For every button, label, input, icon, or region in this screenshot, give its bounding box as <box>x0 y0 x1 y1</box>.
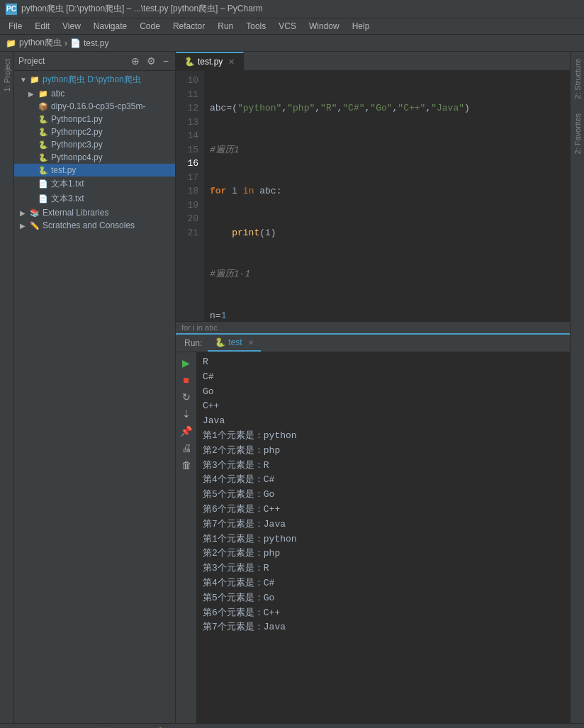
tree-label-dipy: dipy-0.16.0-cp35-cp35m- <box>51 101 145 111</box>
menu-item-run[interactable]: Run <box>212 20 239 33</box>
breadcrumb-file-name[interactable]: test.py <box>84 38 108 48</box>
editor-area: 🐍 test.py ✕ 10 11 12 13 14 15 16 17 18 1… <box>176 52 570 333</box>
tree-label-pc3: Pythonpc3.py <box>51 140 103 150</box>
output-line: 第2个元素是：php <box>203 444 564 459</box>
run-tab-close-icon[interactable]: ✕ <box>248 339 254 347</box>
output-line: C# <box>203 370 564 385</box>
package-icon: 📦 <box>38 101 48 111</box>
line-num-19: 19 <box>181 198 198 213</box>
tree-item-txt3[interactable]: 📄 文本3.txt <box>14 191 175 206</box>
sidebar-item-structure[interactable]: 2: Structure <box>571 52 584 106</box>
run-tab-label: test <box>228 337 242 347</box>
line-num-10: 10 <box>181 74 198 88</box>
run-pin-btn[interactable]: 📌 <box>179 423 194 439</box>
tree-item-dipy[interactable]: 📦 dipy-0.16.0-cp35-cp35m- <box>14 100 175 113</box>
tree-item-test[interactable]: 🐍 test.py <box>14 164 175 177</box>
line-num-20: 20 <box>181 212 198 226</box>
menu-item-window[interactable]: Window <box>303 20 345 33</box>
run-label: Run: <box>179 335 208 351</box>
py-icon: 🐍 <box>38 127 48 137</box>
output-line: 第2个元素是：php <box>203 547 564 561</box>
tree-item-external[interactable]: ▶ 📚 External Libraries <box>14 206 175 219</box>
output-line: 第5个元素是：Go <box>203 591 564 606</box>
py-icon: 🐍 <box>38 114 48 124</box>
project-settings-btn[interactable]: ⚙ <box>145 55 158 67</box>
code-line-13: print(i) <box>210 226 564 240</box>
output-line: 第3个元素是：R <box>203 459 564 474</box>
run-print-btn[interactable]: 🖨 <box>179 440 194 456</box>
breadcrumb-code-path: for i in abc <box>181 323 218 332</box>
output-line: 第4个元素是：C# <box>203 473 564 488</box>
tab-test-py[interactable]: 🐍 test.py ✕ <box>176 52 244 70</box>
tab-py-icon: 🐍 <box>184 57 195 67</box>
project-close-btn[interactable]: − <box>161 55 171 67</box>
menu-item-tools[interactable]: Tools <box>240 20 271 33</box>
run-play-btn[interactable]: ▶ <box>179 355 194 371</box>
tree-item-abc[interactable]: ▶ 📁 abc <box>14 87 175 100</box>
folder-icon: 📁 <box>38 89 48 99</box>
scratches-icon: ✏️ <box>30 220 40 230</box>
run-rerun-btn[interactable]: ↻ <box>179 389 194 405</box>
line-num-13: 13 <box>181 116 198 130</box>
output-line: C++ <box>203 399 564 414</box>
menu-item-navigate[interactable]: Navigate <box>88 20 133 33</box>
tree-label-pc2: Pythonpc2.py <box>51 127 103 137</box>
main-layout: 1: Project Project ⊕ ⚙ − ▼ 📁 python爬虫 D:… <box>0 52 584 723</box>
tree-item-txt1[interactable]: 📄 文本1.txt <box>14 177 175 191</box>
breadcrumb-project[interactable]: python爬虫 <box>19 37 62 49</box>
line-num-11: 11 <box>181 88 198 102</box>
project-add-btn[interactable]: ⊕ <box>129 55 142 67</box>
menu-item-edit[interactable]: Edit <box>29 20 55 33</box>
sidebar-item-favorites[interactable]: 2: Favorites <box>571 106 584 161</box>
bottom-tabs: Run: 🐍 test ✕ <box>176 335 570 352</box>
line-num-16: 16 <box>181 157 198 171</box>
output-line: 第1个元素是：python <box>203 532 564 547</box>
library-icon: 📚 <box>30 208 40 218</box>
output-line: Java <box>203 414 564 429</box>
breadcrumb: 📁 python爬虫 › 📄 test.py <box>0 35 584 52</box>
run-clear-btn[interactable]: 🗑 <box>179 457 194 473</box>
menu-item-view[interactable]: View <box>57 20 86 33</box>
tree-item-pc2[interactable]: 🐍 Pythonpc2.py <box>14 125 175 138</box>
project-label: Project <box>18 56 45 66</box>
output-line: 第6个元素是：C++ <box>203 503 564 517</box>
menu-item-help[interactable]: Help <box>347 20 376 33</box>
tree-item-scratches[interactable]: ▶ ✏️ Scratches and Consoles <box>14 219 175 232</box>
code-editor[interactable]: 10 11 12 13 14 15 16 17 18 19 20 21 abc=… <box>176 71 570 321</box>
output-line: 第1个元素是：python <box>203 429 564 444</box>
code-content[interactable]: abc=("python","php","R","C#","Go","C++",… <box>204 71 570 321</box>
tree-label-txt3: 文本3.txt <box>51 193 84 205</box>
tab-close-btn[interactable]: ✕ <box>228 57 235 67</box>
line-num-12: 12 <box>181 101 198 116</box>
code-line-14: #遍历1-1 <box>210 267 564 281</box>
menu-item-file[interactable]: File <box>3 20 28 33</box>
tree-label-pc4: Pythonpc4.py <box>51 152 103 162</box>
output-line: 第4个元素是：C# <box>203 576 564 591</box>
tree-item-pc4[interactable]: 🐍 Pythonpc4.py <box>14 151 175 164</box>
tree-item-pc1[interactable]: 🐍 Pythonpc1.py <box>14 113 175 125</box>
run-scroll-end-btn[interactable]: ⇣ <box>179 406 194 422</box>
code-line-10: abc=("python","php","R","C#","Go","C++",… <box>210 101 564 116</box>
menu-item-vcs[interactable]: VCS <box>273 20 302 33</box>
output-line: 第5个元素是：Go <box>203 488 564 503</box>
tree-label-test: test.py <box>51 165 76 175</box>
txt-icon: 📄 <box>38 194 48 204</box>
output-line: 第7个元素是：Java <box>203 620 564 635</box>
tab-run-test[interactable]: 🐍 test ✕ <box>208 335 260 352</box>
tree-item-pc3[interactable]: 🐍 Pythonpc3.py <box>14 138 175 151</box>
sidebar-item-project[interactable]: 1: Project <box>0 52 13 99</box>
line-num-14: 14 <box>181 129 198 143</box>
line-num-21: 21 <box>181 226 198 240</box>
code-line-15: n=1 <box>210 309 564 322</box>
run-stop-btn[interactable]: ■ <box>179 372 194 388</box>
left-side-tabs: 1: Project <box>0 52 14 723</box>
menu-item-refactor[interactable]: Refactor <box>167 20 210 33</box>
menu-item-code[interactable]: Code <box>134 20 166 33</box>
breadcrumb-file: 📄 <box>70 38 81 48</box>
py-icon: 🐍 <box>38 152 48 162</box>
tree-label-scratches: Scratches and Consoles <box>43 220 135 230</box>
breadcrumb-sep: › <box>64 38 67 48</box>
tree-label-abc: abc <box>51 89 64 99</box>
editor-tabs: 🐍 test.py ✕ <box>176 52 570 71</box>
tree-root[interactable]: ▼ 📁 python爬虫 D:\python爬虫 <box>14 72 175 87</box>
